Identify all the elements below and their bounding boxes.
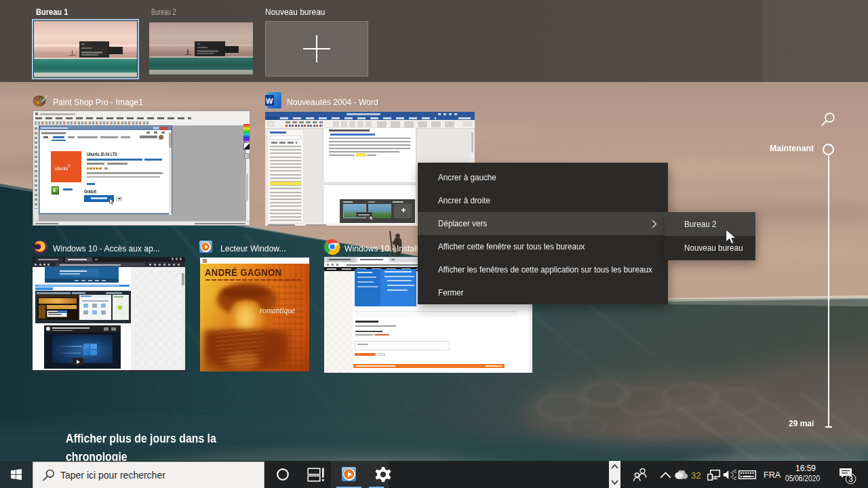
svg-text:3: 3 [848, 474, 853, 484]
